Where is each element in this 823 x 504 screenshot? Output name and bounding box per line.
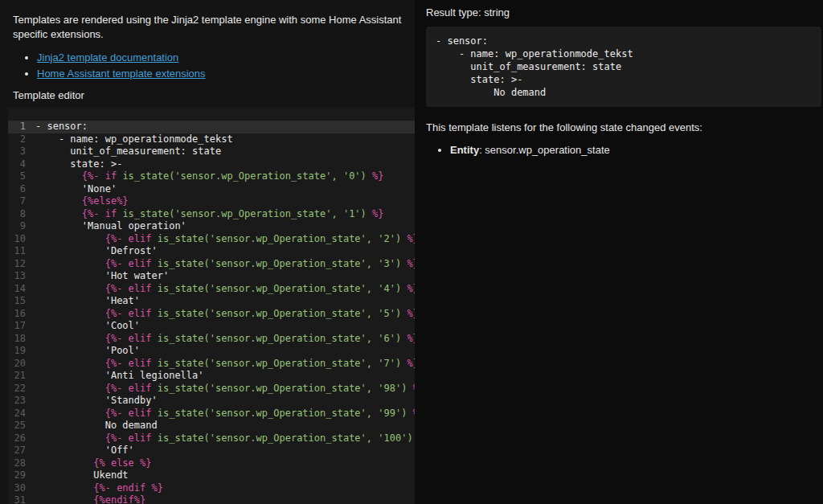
code-line[interactable]: 19 'Pool' <box>8 345 415 358</box>
code-text: 'Cool' <box>31 320 140 333</box>
line-number: 16 <box>8 308 31 321</box>
line-number: 18 <box>8 333 31 346</box>
code-line[interactable]: 25 No demand <box>8 420 415 432</box>
code-text: 'Off' <box>31 445 134 457</box>
code-line[interactable]: 22 {%- elif is_state('sensor.wp_Operatio… <box>8 383 415 395</box>
entity-event-item: Entity: sensor.wp_operation_state <box>450 144 821 156</box>
code-text: 'None' <box>31 183 117 196</box>
code-text: - sensor: <box>31 121 88 133</box>
line-number: 5 <box>8 170 31 183</box>
jinja2-doc-link[interactable]: Jinja2 template documentation <box>37 51 178 64</box>
line-number: 8 <box>8 208 31 221</box>
code-text: {%- elif is_state('sensor.wp_Operation_s… <box>31 283 415 296</box>
code-text: {%- endif %} <box>31 482 163 495</box>
code-text: {%endif%} <box>31 494 145 504</box>
code-line[interactable]: 15 'Heat' <box>8 295 415 308</box>
code-line[interactable]: 24 {%- elif is_state('sensor.wp_Operatio… <box>8 408 415 420</box>
result-output: - sensor: - name: wp_operationmode_tekst… <box>426 27 821 107</box>
line-number: 3 <box>8 145 31 158</box>
code-line[interactable]: 13 'Hot water' <box>8 270 415 283</box>
code-text: Ukendt <box>31 469 129 482</box>
intro-text: Templates are rendered using the Jinja2 … <box>13 13 402 42</box>
result-pane: Result type: string - sensor: - name: wp… <box>415 0 823 504</box>
line-number: 27 <box>8 445 31 457</box>
code-line[interactable]: 17 'Cool' <box>8 320 415 333</box>
events-list: Entity: sensor.wp_operation_state <box>450 144 821 156</box>
code-text: state: >- <box>31 158 122 171</box>
code-line[interactable]: 7 {%else%} <box>8 195 415 208</box>
code-line[interactable]: 10 {%- elif is_state('sensor.wp_Operatio… <box>8 233 415 246</box>
code-line[interactable]: 4 state: >- <box>8 158 415 171</box>
code-lines: 1- sensor:2 - name: wp_operationmode_tek… <box>8 121 415 504</box>
doc-links-list: Jinja2 template documentation Home Assis… <box>37 51 402 80</box>
code-text: {%- elif is_state('sensor.wp_Operation_s… <box>31 333 415 346</box>
code-line[interactable]: 28 {% else %} <box>8 457 415 470</box>
code-line[interactable]: 26 {%- elif is_state('sensor.wp_Operatio… <box>8 432 415 445</box>
code-text: {%- elif is_state('sensor.wp_Operation_s… <box>31 308 415 321</box>
code-text: {%else%} <box>31 195 129 208</box>
code-text: {%- if is_state('sensor.wp_Operation_sta… <box>31 170 384 183</box>
code-line[interactable]: 6 'None' <box>8 183 415 196</box>
code-text: 'Manual operation' <box>31 220 186 233</box>
entity-label: Entity <box>450 144 479 156</box>
code-line[interactable]: 18 {%- elif is_state('sensor.wp_Operatio… <box>8 333 415 346</box>
code-line[interactable]: 29 Ukendt <box>8 469 415 482</box>
code-text: unit_of_measurement: state <box>31 145 221 158</box>
entity-value: : sensor.wp_operation_state <box>479 144 610 156</box>
line-number: 11 <box>8 245 31 258</box>
line-number: 9 <box>8 220 31 233</box>
code-line[interactable]: 8 {%- if is_state('sensor.wp_Operation_s… <box>8 208 415 221</box>
code-text: 'Standby' <box>31 395 158 408</box>
code-text: {%- elif is_state('sensor.wp_Operation_s… <box>31 358 415 371</box>
code-line[interactable]: 16 {%- elif is_state('sensor.wp_Operatio… <box>8 308 415 321</box>
line-number: 23 <box>8 395 31 408</box>
ha-extensions-link[interactable]: Home Assistant template extensions <box>37 68 206 80</box>
line-number: 4 <box>8 158 31 171</box>
code-text: 'Hot water' <box>31 270 169 283</box>
line-number: 1 <box>8 121 31 133</box>
code-text: {%- if is_state('sensor.wp_Operation_sta… <box>31 208 384 221</box>
line-number: 2 <box>8 133 31 146</box>
code-line[interactable]: 5 {%- if is_state('sensor.wp_Operation_s… <box>8 170 415 183</box>
code-line[interactable]: 9 'Manual operation' <box>8 220 415 233</box>
line-number: 19 <box>8 345 31 358</box>
line-number: 25 <box>8 420 31 432</box>
line-number: 14 <box>8 283 31 296</box>
line-number: 6 <box>8 183 31 196</box>
code-line[interactable]: 2 - name: wp_operationmode_tekst <box>8 133 415 146</box>
template-dev-tools: Templates are rendered using the Jinja2 … <box>0 0 823 504</box>
code-line[interactable]: 30 {%- endif %} <box>8 482 415 495</box>
line-number: 20 <box>8 358 31 371</box>
template-code-editor[interactable]: 1- sensor:2 - name: wp_operationmode_tek… <box>8 108 415 504</box>
line-number: 13 <box>8 270 31 283</box>
code-text: No demand <box>31 420 158 432</box>
code-line[interactable]: 14 {%- elif is_state('sensor.wp_Operatio… <box>8 283 415 296</box>
code-text: {%- elif is_state('sensor.wp_Operation_s… <box>31 383 415 395</box>
code-line[interactable]: 3 unit_of_measurement: state <box>8 145 415 158</box>
line-number: 24 <box>8 408 31 420</box>
line-number: 7 <box>8 195 31 208</box>
editor-pane-header: Templates are rendered using the Jinja2 … <box>0 0 415 101</box>
code-text: - name: wp_operationmode_tekst <box>31 133 233 146</box>
code-text: {% else %} <box>31 457 152 470</box>
code-line[interactable]: 21 'Anti legionella' <box>8 370 415 383</box>
line-number: 30 <box>8 482 31 495</box>
code-line[interactable]: 31 {%endif%} <box>8 494 415 504</box>
code-line[interactable]: 27 'Off' <box>8 445 415 457</box>
code-line[interactable]: 20 {%- elif is_state('sensor.wp_Operatio… <box>8 358 415 371</box>
code-text: 'Anti legionella' <box>31 370 204 383</box>
code-line[interactable]: 23 'Standby' <box>8 395 415 408</box>
editor-label: Template editor <box>13 89 402 101</box>
line-number: 17 <box>8 320 31 333</box>
line-number: 28 <box>8 457 31 470</box>
code-text: 'Heat' <box>31 295 140 308</box>
code-line[interactable]: 12 {%- elif is_state('sensor.wp_Operatio… <box>8 258 415 271</box>
line-number: 12 <box>8 258 31 271</box>
doc-link-item: Home Assistant template extensions <box>37 68 402 80</box>
line-number: 26 <box>8 432 31 445</box>
result-type-text: Result type: string <box>426 6 821 18</box>
code-line[interactable]: 11 'Defrost' <box>8 245 415 258</box>
line-number: 22 <box>8 383 31 395</box>
code-line[interactable]: 1- sensor: <box>8 121 415 133</box>
line-number: 15 <box>8 295 31 308</box>
